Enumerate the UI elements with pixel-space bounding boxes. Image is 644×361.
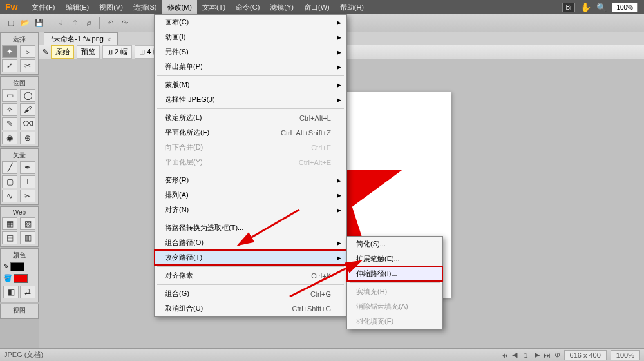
main-menubar: Fw 文件(F) 编辑(E) 视图(V) 选择(S) 修改(M) 文本(T) 命…: [0, 0, 644, 14]
dropdown-item-19[interactable]: 改变路径(T)▶: [155, 250, 346, 265]
menu-file[interactable]: 文件(F): [26, 0, 60, 15]
menu-help[interactable]: 帮助(H): [335, 0, 369, 15]
dropdown-item-1[interactable]: 动画(I)▶: [155, 30, 346, 44]
eraser-tool[interactable]: ⌫: [20, 117, 35, 130]
status-bar: JPEG (文档) ⏮ ◀ 1 ▶ ⏭ ⊕ 616 x 400 100%: [0, 348, 644, 361]
scale-tool[interactable]: ⤢: [2, 59, 17, 72]
menu-commands[interactable]: 命令(C): [231, 0, 265, 15]
menu-select[interactable]: 选择(S): [128, 0, 162, 15]
redo-icon[interactable]: ↷: [118, 17, 130, 29]
dropdown-item-2[interactable]: 元件(S)▶: [155, 44, 346, 59]
submenu-item-4: 实填充(H): [347, 284, 442, 299]
subselect-tool[interactable]: ▹: [20, 45, 35, 58]
hotspot-tool[interactable]: ▦: [2, 217, 17, 230]
status-zoom[interactable]: 100%: [611, 350, 640, 360]
submenu-item-1[interactable]: 扩展笔触(E)...: [347, 251, 442, 266]
menu-edit[interactable]: 编辑(E): [61, 0, 95, 15]
app-logo: Fw: [3, 2, 20, 12]
bridge-badge[interactable]: Br: [562, 3, 575, 12]
stroke-swatch[interactable]: [10, 262, 24, 271]
dropdown-item-18[interactable]: 组合路径(O)▶: [155, 235, 346, 250]
stamp-tool[interactable]: ⊕: [20, 132, 35, 144]
dropdown-item-15[interactable]: 对齐(N)▶: [155, 202, 346, 217]
import-icon[interactable]: ⇣: [55, 17, 66, 29]
default-colors[interactable]: ◧: [3, 286, 19, 298]
stroke-pencil-icon: ✎: [3, 262, 9, 271]
view-original[interactable]: 原始: [51, 45, 74, 59]
dropdown-item-6[interactable]: 选择性 JPEG(J)▶: [155, 92, 346, 107]
dropdown-item-24[interactable]: 取消组合(U)Ctrl+Shift+G: [155, 301, 346, 316]
blur-tool[interactable]: ◉: [2, 132, 17, 144]
nav-prev-icon[interactable]: ◀: [512, 351, 517, 359]
new-icon[interactable]: ▢: [5, 17, 17, 29]
pen-tool[interactable]: ✒: [20, 161, 35, 174]
dropdown-item-14[interactable]: 排列(A)▶: [155, 188, 346, 202]
wand-tool[interactable]: ✧: [2, 103, 17, 116]
tools-sidebar: 选择 ✦ ▹ ⤢ ✂ 位图 ▭ ◯ ✧ 🖌 ✎ ⌫ ◉ ⊕ 矢量: [0, 32, 39, 348]
rect-tool[interactable]: ▢: [2, 175, 17, 188]
hide-tool[interactable]: ▤: [2, 231, 17, 244]
show-tool[interactable]: ▥: [20, 231, 35, 244]
submenu-item-6: 羽化填充(F): [347, 314, 442, 329]
dropdown-item-21[interactable]: 对齐像素Ctrl+K: [155, 268, 346, 283]
tab-title: *未命名-1.fw.png: [51, 34, 104, 44]
menu-filters[interactable]: 滤镜(Y): [265, 0, 299, 15]
panel-label-bitmap: 位图: [2, 79, 37, 88]
document-tab[interactable]: *未命名-1.fw.png ×: [44, 32, 118, 45]
search-icon[interactable]: 🔍: [596, 3, 607, 12]
edit-icon[interactable]: ✎: [43, 48, 48, 56]
fill-bucket-icon: 🪣: [3, 274, 12, 283]
brush-tool[interactable]: 🖌: [20, 103, 35, 116]
status-left: JPEG (文档): [4, 350, 43, 360]
dropdown-item-13[interactable]: 变形(R)▶: [155, 173, 346, 188]
crop-tool[interactable]: ✂: [20, 59, 35, 72]
menu-text[interactable]: 文本(T): [197, 0, 231, 15]
submenu-item-2[interactable]: 伸缩路径(I)...: [347, 266, 442, 281]
fill-swatch[interactable]: [14, 274, 28, 283]
alter-path-submenu: 简化(S)...扩展笔触(E)...伸缩路径(I)...实填充(H)消除锯齿填充…: [346, 236, 443, 329]
pencil-tool[interactable]: ✎: [2, 117, 17, 130]
undo-icon[interactable]: ↶: [104, 17, 116, 29]
marquee-tool[interactable]: ▭: [2, 89, 17, 102]
hand-icon[interactable]: ✋: [580, 2, 591, 12]
zoom-level[interactable]: 100%: [612, 3, 638, 12]
panel-label-vector: 矢量: [2, 151, 37, 160]
dropdown-item-11: 平面化层(Y)Ctrl+Alt+E: [155, 155, 346, 170]
text-tool[interactable]: T: [20, 175, 35, 188]
save-icon[interactable]: 💾: [33, 17, 45, 29]
modify-dropdown: 画布(C)▶动画(I)▶元件(S)▶弹出菜单(P)▶蒙版(M)▶选择性 JPEG…: [154, 14, 347, 317]
export-icon[interactable]: ⇡: [69, 17, 80, 29]
view-2up[interactable]: ⊞ 2 幅: [102, 45, 132, 59]
lasso-tool[interactable]: ◯: [20, 89, 35, 102]
knife-tool[interactable]: ✂: [20, 190, 35, 202]
slice-tool[interactable]: ▨: [20, 217, 35, 230]
dropdown-item-9[interactable]: 平面化所选(F)Ctrl+Alt+Shift+Z: [155, 125, 346, 140]
dropdown-item-3[interactable]: 弹出菜单(P)▶: [155, 59, 346, 74]
menu-window[interactable]: 窗口(W): [299, 0, 335, 15]
menu-view[interactable]: 视图(V): [94, 0, 128, 15]
dropdown-item-10: 向下合并(D)Ctrl+E: [155, 140, 346, 155]
view-preview[interactable]: 预览: [77, 45, 100, 59]
open-icon[interactable]: 📂: [19, 17, 31, 29]
menu-modify[interactable]: 修改(M): [162, 0, 198, 15]
submenu-item-0[interactable]: 简化(S)...: [347, 237, 442, 251]
canvas-dims: 616 x 400: [564, 350, 607, 360]
dropdown-item-17[interactable]: 将路径转换为选取框(T)...: [155, 220, 346, 235]
line-tool[interactable]: ╱: [2, 161, 17, 174]
fit-icon[interactable]: ⊕: [554, 351, 560, 359]
submenu-item-5: 消除锯齿填充(A): [347, 299, 442, 314]
nav-first-icon[interactable]: ⏮: [501, 351, 508, 359]
dropdown-item-23[interactable]: 组合(G)Ctrl+G: [155, 286, 346, 301]
dropdown-item-8[interactable]: 锁定所选(L)Ctrl+Alt+L: [155, 110, 346, 125]
tab-close-icon[interactable]: ×: [107, 35, 111, 43]
swap-colors[interactable]: ⇄: [20, 286, 35, 298]
freeform-tool[interactable]: ∿: [2, 190, 17, 202]
nav-next-icon[interactable]: ▶: [535, 351, 540, 359]
panel-label-color: 颜色: [2, 251, 37, 260]
pointer-tool[interactable]: ✦: [2, 45, 17, 58]
panel-label-view: 视图: [2, 306, 37, 315]
dropdown-item-5[interactable]: 蒙版(M)▶: [155, 77, 346, 92]
dropdown-item-0[interactable]: 画布(C)▶: [155, 15, 346, 30]
print-icon[interactable]: ⎙: [83, 17, 95, 29]
nav-last-icon[interactable]: ⏭: [544, 351, 551, 359]
